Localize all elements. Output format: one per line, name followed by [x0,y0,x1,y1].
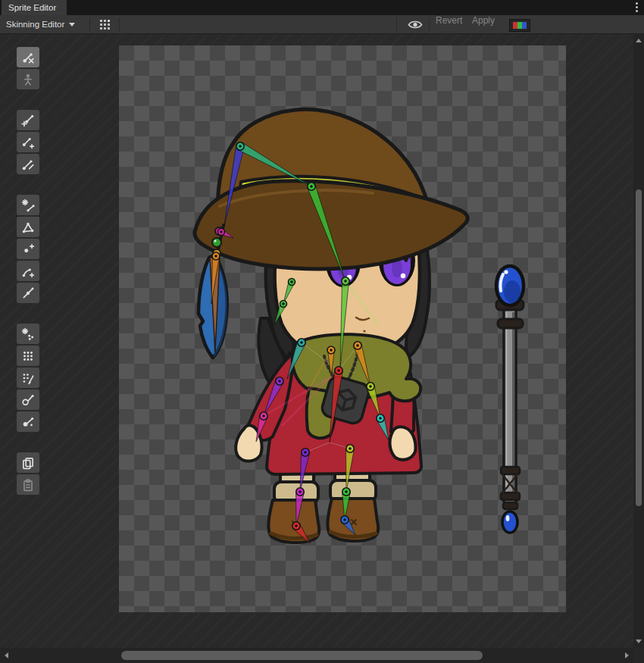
tool-sprite-influence-button[interactable] [17,411,39,432]
tool-character-mode-button[interactable] [17,69,39,89]
kebab-menu-icon[interactable] [636,2,638,13]
chevron-down-icon [69,23,75,27]
scroll-left-arrow[interactable] [5,652,8,658]
scroll-up-arrow[interactable] [636,39,642,42]
revert-button[interactable]: Revert [436,15,462,26]
toolbar-divider [429,17,430,31]
toolbar-divider [89,17,90,31]
scrollbar-corner [633,648,644,663]
create-bone-icon [21,136,35,149]
tool-split-edge-button[interactable] [17,283,39,303]
tool-edit-joints-button[interactable] [17,110,39,130]
vertical-scroll-thumb[interactable] [636,189,642,506]
tab-sprite-editor[interactable]: Sprite Editor [2,0,67,15]
weight-slider-icon [21,349,35,363]
tool-restore-bind-pose-button[interactable] [17,47,39,67]
color-channel-swatch-button[interactable] [509,19,530,32]
create-vertex-icon [21,242,35,256]
character-mode-icon [21,73,35,86]
tool-auto-weights-button[interactable] [17,324,39,344]
skinning-editor-label: Skinning Editor [6,20,64,29]
skinning-editor-dropdown[interactable]: Skinning Editor [6,15,75,33]
rgb-swatch-icon [513,22,527,29]
sprite-influence-icon [21,415,35,429]
paste-icon [21,478,35,492]
copy-icon [21,456,35,470]
horizontal-scroll-thumb[interactable] [121,651,483,660]
split-edge-icon [21,286,35,300]
tool-auto-geometry-button[interactable] [17,195,39,215]
toolbar: Skinning Editor Revert Apply [0,15,644,34]
toolbar-divider [119,17,120,31]
auto-weights-icon [21,327,35,341]
bone-influence-icon [21,393,35,407]
toolbar-divider [396,17,397,31]
vertical-scrollbar [633,34,644,648]
sprite-sheet-icon [99,19,111,30]
tool-weight-slider-button[interactable] [17,346,39,366]
eye-icon [408,20,423,30]
paste-button[interactable] [17,474,39,495]
apply-button[interactable]: Apply [472,15,495,26]
edit-joints-icon [21,114,35,127]
checkerboard [119,45,566,612]
visibility-button[interactable] [405,17,426,32]
tab-bar: Sprite Editor [0,0,644,15]
create-edge-icon [21,264,35,278]
tool-bone-influence-button[interactable] [17,389,39,410]
tool-weight-brush-button[interactable] [17,367,39,388]
sprite-canvas[interactable] [0,34,633,648]
skinning-tool-sidebar [17,47,39,496]
tool-split-bone-button[interactable] [17,154,39,174]
tool-edit-geometry-button[interactable] [17,217,39,237]
tool-create-bone-button[interactable] [17,132,39,152]
sprite-sheet-button[interactable] [95,17,114,32]
edit-geometry-icon [21,220,35,234]
tool-create-vertex-button[interactable] [17,239,39,259]
horizontal-scrollbar [0,648,633,663]
weight-brush-icon [21,371,35,385]
scroll-right-arrow[interactable] [625,652,629,658]
restore-bind-pose-icon [21,51,35,64]
scroll-down-arrow[interactable] [636,640,642,643]
tool-create-edge-button[interactable] [17,261,39,281]
auto-geometry-icon [21,199,35,212]
sprite-editor-window: { "window": { "tab_label": "Sprite Edito… [0,0,644,663]
split-bone-icon [21,158,35,171]
copy-button[interactable] [17,452,39,473]
